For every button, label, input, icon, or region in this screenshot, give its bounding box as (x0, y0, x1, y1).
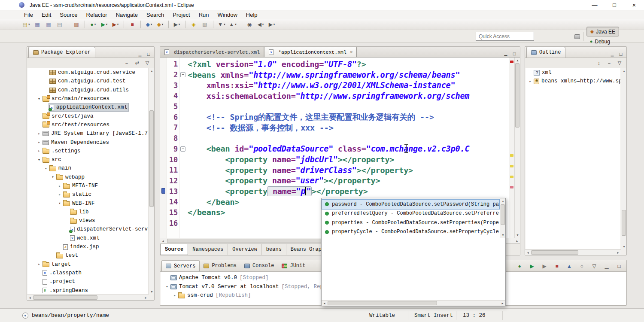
close-tab-icon[interactable]: × (350, 50, 353, 55)
scroll-right-icon[interactable] (500, 301, 505, 306)
occurrence-marker[interactable] (510, 165, 513, 167)
tab-junit[interactable]: JUnit (278, 260, 309, 271)
code-line-3[interactable]: 3 xmlns:xsi="http://www.w3.org/2001/XMLS… (160, 80, 509, 91)
maximize-editor-icon[interactable] (510, 50, 518, 57)
scrollbar-thumb[interactable] (531, 250, 578, 255)
occurrence-marker[interactable] (510, 154, 513, 157)
page-tab-overview[interactable]: Overview (228, 244, 262, 255)
previous-annotation-icon[interactable]: ▲▾ (228, 20, 237, 29)
outline-horizontal-scrollbar[interactable] (525, 249, 621, 255)
code-line-9[interactable]: 9 <bean id="pooledDataSource" class="com… (160, 144, 509, 155)
back-icon[interactable]: ◀▾ (256, 20, 265, 29)
tree-item-com-atguigu-crud-test[interactable]: com.atguigu.crud.test (27, 77, 148, 85)
coverage-icon[interactable]: ▶▾ (111, 20, 120, 29)
scrollbar-thumb[interactable] (515, 63, 519, 128)
code-line-10[interactable]: 10 <property name="jdbcUrl"></property> (160, 154, 509, 165)
dropdown-arrow-icon[interactable]: ▾ (273, 23, 275, 26)
tree-item-views[interactable]: views (27, 216, 148, 225)
scrollbar-thumb[interactable] (501, 204, 505, 225)
code-line-5[interactable]: 5 (160, 101, 509, 112)
menu-navigate[interactable]: Navigate (112, 10, 142, 19)
popup-vertical-scrollbar[interactable] (500, 198, 505, 238)
tree-item-dispatcherservlet-servl[interactable]: dispatcherServlet-servl (27, 225, 148, 234)
debug-icon[interactable]: ●▾ (88, 20, 98, 29)
debug-server-icon[interactable]: ● (515, 262, 524, 270)
code-line-2[interactable]: 2<beans xmlns="http://www.springframewor… (160, 70, 509, 80)
error-marker[interactable] (510, 61, 513, 63)
dropdown-arrow-icon[interactable]: ▾ (162, 23, 164, 26)
tree-item-index-jsp[interactable]: index.jsp (27, 243, 148, 251)
fold-collapse-icon[interactable] (180, 70, 186, 80)
menu-help[interactable]: Help (242, 10, 262, 19)
tree-item-lib[interactable]: lib (27, 208, 148, 216)
scroll-left-icon[interactable] (160, 238, 166, 244)
perspective-debug[interactable]: ●Debug (586, 36, 619, 46)
dropdown-arrow-icon[interactable]: ▾ (179, 23, 180, 26)
tree-item-jre-system-library-javase-1-7[interactable]: ▸JRE System Library [JavaSE-1.7] (27, 129, 148, 138)
editor-vertical-scrollbar[interactable] (514, 58, 520, 238)
expand-arrow-icon[interactable]: ▸ (172, 293, 178, 298)
code-line-13[interactable]: 13 <property name="p"></property> (160, 186, 509, 197)
tree-item-settings[interactable]: ▸.settings (27, 147, 148, 155)
scroll-left-icon[interactable] (525, 250, 531, 255)
scrollbar-thumb[interactable] (622, 210, 626, 236)
scroll-right-icon[interactable] (143, 295, 149, 301)
dropdown-arrow-icon[interactable]: ▾ (151, 23, 152, 26)
scroll-up-icon[interactable] (500, 198, 506, 204)
scroll-up-icon[interactable] (621, 68, 627, 74)
popup-horizontal-scrollbar[interactable] (322, 300, 505, 306)
expand-arrow-icon[interactable]: ▸ (57, 184, 63, 188)
stop-server-icon[interactable]: ■ (552, 262, 562, 270)
new-servlet-icon[interactable]: ◆▾ (144, 20, 154, 29)
forward-icon[interactable]: ▶▾ (267, 20, 276, 29)
explorer-vertical-scrollbar[interactable] (149, 68, 154, 295)
mark-occurrences-icon[interactable]: ▧ (200, 20, 210, 29)
scroll-right-icon[interactable] (615, 250, 621, 255)
scroll-left-icon[interactable] (27, 295, 33, 301)
view-menu-icon[interactable]: ▽ (143, 59, 152, 67)
scrollbar-thumb[interactable] (328, 301, 437, 305)
fold-collapse-icon[interactable] (180, 144, 186, 155)
menu-refactor[interactable]: Refactor (82, 10, 112, 19)
occurrence-marker[interactable] (510, 176, 513, 178)
tree-item-web-inf[interactable]: ▾WEB-INF (27, 199, 148, 207)
search-icon[interactable]: ◈ (189, 20, 198, 29)
clean-icon[interactable]: ○ (577, 262, 586, 270)
scrollbar-thumb[interactable] (33, 295, 97, 300)
code-line-11[interactable]: 11 <property name="driverClass"></proper… (160, 165, 509, 176)
last-edit-location-icon[interactable]: ◉ (245, 20, 254, 29)
collapse-all-icon[interactable]: − (605, 59, 614, 67)
collapse-arrow-icon[interactable]: ▾ (36, 158, 42, 162)
tree-item-applicationcontext-xml[interactable]: applicationContext.xml (27, 103, 148, 112)
link-with-editor-icon[interactable]: ⇄ (133, 59, 141, 67)
expand-arrow-icon[interactable]: ▸ (57, 192, 63, 197)
overview-ruler[interactable] (509, 58, 514, 238)
tree-item-webapp[interactable]: ▾webapp (27, 173, 148, 182)
save-all-icon[interactable]: ▦ (44, 20, 53, 29)
tree-item-classpath[interactable]: .classpath (27, 269, 148, 277)
minimize-button[interactable]: — (585, 0, 605, 10)
tree-item-test[interactable]: test (27, 251, 148, 260)
collapse-arrow-icon[interactable]: ▾ (164, 284, 170, 289)
completion-item[interactable]: password - ComboPooledDataSource.setPass… (322, 200, 499, 209)
dropdown-arrow-icon[interactable]: ▾ (235, 23, 237, 26)
expand-arrow-icon[interactable]: ▸ (36, 262, 42, 267)
next-annotation-icon[interactable]: ▼▾ (217, 20, 226, 29)
save-icon[interactable]: ▦ (33, 20, 42, 29)
tab-problems[interactable]: Problems (200, 260, 240, 271)
menu-file[interactable]: File (20, 10, 37, 19)
menu-window[interactable]: Window (213, 10, 242, 19)
page-tab-namespaces[interactable]: Namespaces (188, 244, 228, 255)
expand-arrow-icon[interactable]: ▸ (527, 79, 533, 84)
completion-item[interactable]: propertyCycle - ComboPooledDataSource.se… (322, 228, 499, 237)
new-icon[interactable]: ▤▾ (21, 20, 31, 29)
minimize-editor-icon[interactable] (502, 50, 510, 57)
completion-item[interactable]: preferredTestQuery - ComboPooledDataSour… (322, 209, 499, 219)
outline-item-beans-xmlns-http-www-spr[interactable]: ▸beans xmlns=http://www.spr (526, 77, 620, 85)
linked-edit-marker[interactable] (510, 186, 513, 188)
tree-item-src-test-java[interactable]: src/test/java (27, 112, 148, 120)
dropdown-arrow-icon[interactable]: ▾ (262, 23, 264, 26)
tree-item-meta-inf[interactable]: ▸META-INF (27, 182, 148, 190)
scroll-down-icon[interactable] (500, 232, 506, 238)
new-web-project-icon[interactable]: ◆▾ (155, 20, 165, 29)
